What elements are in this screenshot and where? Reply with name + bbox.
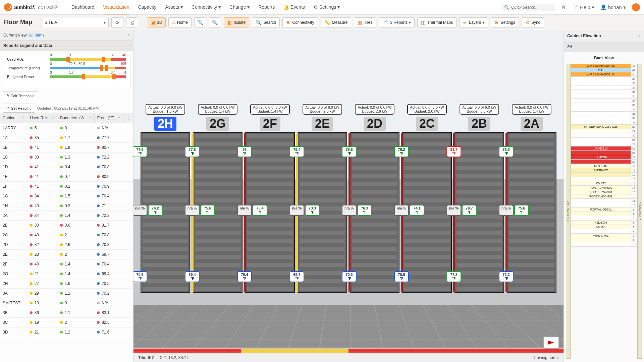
table-row[interactable]: 2E 23 2 69.7 xyxy=(0,250,133,259)
column-header[interactable]: Cabinet▾ xyxy=(0,113,27,123)
elevation-slot[interactable]: FMSPACE18 xyxy=(571,168,637,173)
elevation-slot[interactable]: NJLNX086 xyxy=(571,221,637,225)
rack-body[interactable]: 76.2℉ 70.8℉n/a %74.1℉ xyxy=(402,132,452,293)
column-header[interactable]: Front (°F)▾ xyxy=(94,113,123,123)
elevation-slot[interactable]: 37 xyxy=(571,85,637,90)
nav-dashboard[interactable]: Dashboard xyxy=(71,0,95,14)
rack-2E[interactable]: Actual: 0.0 of 6.0 kWBudget: 2.0 kW2E75.… xyxy=(297,104,347,293)
table-row[interactable]: 3D 21 1.2 71.6 xyxy=(0,327,133,337)
slider-thumb[interactable] xyxy=(105,65,108,71)
slider-thumb[interactable] xyxy=(66,57,70,62)
table-row[interactable]: 2F 40 1.4 70.4 xyxy=(0,259,133,269)
legend-bar[interactable]: 01.73.44 xyxy=(50,75,126,78)
elevation-slot[interactable]: 26 xyxy=(571,133,637,138)
table-row[interactable]: 1H 40 0.2 71 xyxy=(0,201,133,211)
rack-2H[interactable]: Actual: 0.0 of 6.0 kWBudget: 1.6 kW2H77.… xyxy=(140,104,191,293)
elevation-slot[interactable]: 2 xyxy=(571,238,637,242)
rack-label[interactable]: 2F xyxy=(260,117,280,131)
elevation-slot[interactable]: 7 xyxy=(571,216,637,221)
nav-visualization[interactable]: Visualization xyxy=(103,0,129,14)
column-header[interactable]: Budgeted kW▾ xyxy=(57,113,94,123)
expand-right-icon[interactable]: » xyxy=(638,34,641,38)
layers-button[interactable]: ≣Layers ▾ xyxy=(459,17,488,27)
elevation-slot[interactable]: WPS-NY013 xyxy=(571,234,637,238)
elevation-slot[interactable]: WIRE MANAGER 1U40 xyxy=(571,72,637,77)
elevation-slot[interactable]: JAMES921 xyxy=(571,155,637,160)
zoom-in-button[interactable]: 🔍 xyxy=(194,17,206,27)
elevation-slot[interactable]: 4 xyxy=(571,229,637,234)
table-row[interactable]: LARRY 5 0 N/A xyxy=(0,123,133,133)
elevation-slot[interactable]: 35 xyxy=(571,94,637,99)
elevation-slot[interactable]: HP SERVER DL360 U2828 xyxy=(571,125,637,129)
rack-body[interactable]: 78.5℉ 70.3℉n/a %76.3℉ xyxy=(350,132,399,293)
slider-thumb[interactable] xyxy=(112,74,116,79)
column-header[interactable]: Used RUs▾ xyxy=(27,113,57,123)
elevation-handle-back[interactable]: 2H-BACK-HZ xyxy=(637,64,642,359)
elevation-slot[interactable]: JAMES1023 xyxy=(571,146,637,151)
elevation-slot[interactable]: 38 xyxy=(571,81,637,85)
elevation-slot[interactable]: PORTAL-WAS0113 xyxy=(571,190,637,194)
rack-body[interactable]: 76.6℉ 72.2℉n/a %75.6℉ xyxy=(507,132,556,293)
filter-icon[interactable]: ▾ xyxy=(90,116,92,119)
home-button[interactable]: ⌂Home xyxy=(168,17,191,27)
rack-label[interactable]: 2C xyxy=(416,117,438,131)
nav-capacity[interactable]: Capacity xyxy=(138,0,156,14)
slider-thumb[interactable] xyxy=(82,74,85,79)
elevation-slot[interactable]: 34 xyxy=(571,99,637,103)
elevation-slot[interactable]: PORTAL-DB2019 xyxy=(571,207,637,212)
sync-button[interactable]: ⟲Sync xyxy=(522,17,544,27)
slider-thumb[interactable] xyxy=(100,65,103,71)
elevation-slot[interactable]: 33 xyxy=(571,103,637,107)
nav-connectivity-[interactable]: Connectivity ▾ xyxy=(192,0,221,14)
elevation-slot[interactable]: WIRE MANAGER 1U42 xyxy=(571,64,637,68)
rack-body[interactable]: 81.7℉ 77.2℉n/a %79.7℉ xyxy=(454,132,504,293)
rack-body[interactable]: 76℉ 70.4℉n/a %75.4℉ xyxy=(245,132,295,293)
elevation-slot[interactable]: 30 xyxy=(571,116,637,120)
collapse-left-icon[interactable]: « xyxy=(127,33,130,38)
rack-label[interactable]: 2D xyxy=(364,117,386,131)
elevation-slot[interactable]: 27 xyxy=(571,129,637,133)
get-reading-button[interactable]: ⟳Get Reading xyxy=(3,104,35,113)
thermal-button[interactable]: ▥Thermal Maps xyxy=(417,17,457,27)
filter-icon[interactable]: ▾ xyxy=(53,116,54,119)
rack-body[interactable]: 77.5℉ 70.5℉n/a %74.2℉ xyxy=(141,132,190,293)
rack-label[interactable]: 2A xyxy=(521,117,543,131)
elevation-slot[interactable]: PORTAL-WAS0214 xyxy=(571,186,637,190)
elevation-slot[interactable]: PORTAL-DOM0112 xyxy=(571,194,637,199)
rack-label[interactable]: 2B xyxy=(468,117,490,131)
elevation-slot[interactable]: 31 xyxy=(571,112,637,116)
table-row[interactable]: 1G 34 1.5 70.4 xyxy=(0,191,133,201)
search-button[interactable]: 🔍Search xyxy=(252,17,280,27)
3d-button[interactable]: ▣3D xyxy=(147,17,166,27)
reports-button[interactable]: 📄3 Reports ▾ xyxy=(379,17,414,27)
edit-threshold-button[interactable]: ✎Edit Threshold xyxy=(3,91,38,100)
nav-change-[interactable]: Change ▾ xyxy=(229,0,250,14)
elevation-handle-front[interactable]: 2H-FRONT-HZ xyxy=(566,64,571,359)
avatar-icon[interactable] xyxy=(632,3,640,11)
user-menu[interactable]: 👤hchan ▾ xyxy=(600,4,626,10)
table-row[interactable]: 2G 21 1.4 69.4 xyxy=(0,269,133,279)
table-row[interactable]: 1C 38 1.3 72.2 xyxy=(0,153,133,162)
isolate-button[interactable]: ◧Isolate xyxy=(224,17,249,27)
print-button[interactable]: 🖨 xyxy=(126,17,138,27)
nav-reports[interactable]: Reports xyxy=(258,0,275,14)
rack-2G[interactable]: Actual: 0.0 of 6.0 kWBudget: 1.4 kW2G77.… xyxy=(193,104,243,293)
rack-label[interactable]: 2H xyxy=(154,117,176,131)
table-row[interactable]: 1D 41 0.4 70.8 xyxy=(0,162,133,172)
table-row[interactable]: 1E 41 0.7 80.9 xyxy=(0,172,133,182)
calendar-icon[interactable]: 🗓 xyxy=(561,4,566,10)
elevation-slot[interactable]: 20 xyxy=(571,160,637,164)
table-menu[interactable]: ⋮ xyxy=(123,113,133,123)
elevation-slot[interactable]: 17 xyxy=(571,173,637,177)
legend-bar[interactable]: 072.5 - 80.5105 xyxy=(50,67,126,69)
slider-thumb[interactable] xyxy=(102,57,105,62)
elevation-slot[interactable]: 29 xyxy=(571,120,637,125)
rack-label[interactable]: 2G xyxy=(206,117,229,131)
elevation-slot[interactable]: 22 xyxy=(571,151,637,155)
settings-button[interactable]: ⚙Settings xyxy=(491,17,519,27)
elevation-slot[interactable]: 11 xyxy=(571,199,637,203)
elevation-slot[interactable]: 39 xyxy=(571,77,637,81)
table-row[interactable]: 2A 34 1.4 72.2 xyxy=(0,211,133,221)
nav-events[interactable]: 🔔 Events xyxy=(283,0,305,14)
table-row[interactable]: 2C 40 2 70.8 xyxy=(0,230,133,240)
